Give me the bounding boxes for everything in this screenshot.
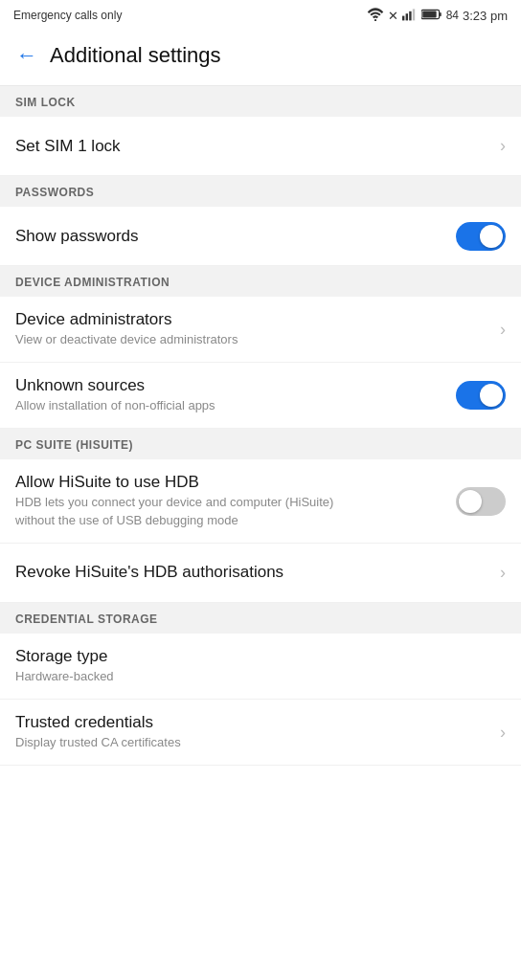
toggle-show-passwords[interactable] (456, 222, 506, 251)
chevron-icon-trusted-credentials: › (500, 723, 506, 743)
battery-level: 84 (446, 9, 459, 22)
setting-title-unknown-sources: Unknown sources (15, 376, 448, 395)
status-emergency-text: Emergency calls only (13, 9, 122, 22)
setting-title-set-sim-1-lock: Set SIM 1 lock (15, 137, 488, 156)
setting-row-device-administrators[interactable]: Device administratorsView or deactivate … (0, 297, 521, 363)
setting-subtitle-storage-type: Hardware-backed (15, 668, 370, 685)
setting-title-device-administrators: Device administrators (15, 310, 488, 329)
svg-rect-6 (440, 11, 442, 15)
setting-row-unknown-sources[interactable]: Unknown sourcesAllow installation of non… (0, 363, 521, 429)
status-bar: Emergency calls only ✕ (0, 0, 521, 29)
setting-subtitle-hisuite-hdb: HDB lets you connect your device and com… (15, 494, 370, 528)
chevron-icon-set-sim-1-lock: › (500, 136, 506, 156)
toggle-knob-show-passwords (480, 225, 503, 248)
setting-title-trusted-credentials: Trusted credentials (15, 713, 488, 732)
page-title: Additional settings (50, 43, 221, 68)
status-icons: ✕ 84 3:23 pm (367, 8, 508, 24)
section-header-passwords: PASSWORDS (0, 176, 521, 207)
battery-icon (421, 9, 442, 23)
setting-row-show-passwords[interactable]: Show passwords (0, 207, 521, 266)
svg-rect-2 (405, 13, 407, 20)
signal-bars-icon (402, 8, 418, 24)
toggle-knob-unknown-sources (480, 384, 503, 407)
svg-rect-3 (409, 11, 411, 20)
section-header-device-administration: DEVICE ADMINISTRATION (0, 266, 521, 297)
section-header-credential-storage: CREDENTIAL STORAGE (0, 603, 521, 634)
chevron-icon-revoke-hisuite: › (500, 563, 506, 583)
svg-rect-1 (402, 15, 404, 20)
time-display: 3:23 pm (463, 9, 508, 23)
setting-row-trusted-credentials[interactable]: Trusted credentialsDisplay trusted CA ce… (0, 700, 521, 766)
toolbar: ← Additional settings (0, 29, 521, 86)
signal-icon: ✕ (388, 9, 398, 23)
setting-title-show-passwords: Show passwords (15, 227, 448, 246)
svg-rect-4 (412, 9, 414, 20)
toggle-unknown-sources[interactable] (456, 381, 506, 410)
back-button[interactable]: ← (8, 36, 46, 75)
setting-title-revoke-hisuite: Revoke HiSuite's HDB authorisations (15, 563, 488, 582)
svg-rect-7 (422, 11, 436, 17)
setting-row-revoke-hisuite[interactable]: Revoke HiSuite's HDB authorisations› (0, 544, 521, 603)
setting-title-storage-type: Storage type (15, 647, 498, 666)
svg-point-0 (374, 18, 376, 20)
setting-subtitle-trusted-credentials: Display trusted CA certificates (15, 734, 370, 751)
setting-subtitle-device-administrators: View or deactivate device administrators (15, 331, 370, 348)
setting-title-hisuite-hdb: Allow HiSuite to use HDB (15, 473, 448, 492)
wifi-icon (367, 8, 384, 24)
setting-row-hisuite-hdb[interactable]: Allow HiSuite to use HDBHDB lets you con… (0, 459, 521, 543)
setting-subtitle-unknown-sources: Allow installation of non-official apps (15, 397, 370, 414)
chevron-icon-device-administrators: › (500, 320, 506, 340)
section-header-pc-suite: PC SUITE (HISUITE) (0, 429, 521, 459)
setting-row-set-sim-1-lock[interactable]: Set SIM 1 lock› (0, 117, 521, 176)
section-header-sim-lock: SIM LOCK (0, 86, 521, 117)
setting-row-storage-type: Storage typeHardware-backed (0, 634, 521, 700)
back-arrow-icon: ← (16, 43, 37, 68)
toggle-knob-hisuite-hdb (459, 490, 482, 513)
settings-sections: SIM LOCKSet SIM 1 lock›PASSWORDSShow pas… (0, 86, 521, 766)
toggle-hisuite-hdb[interactable] (456, 487, 506, 516)
